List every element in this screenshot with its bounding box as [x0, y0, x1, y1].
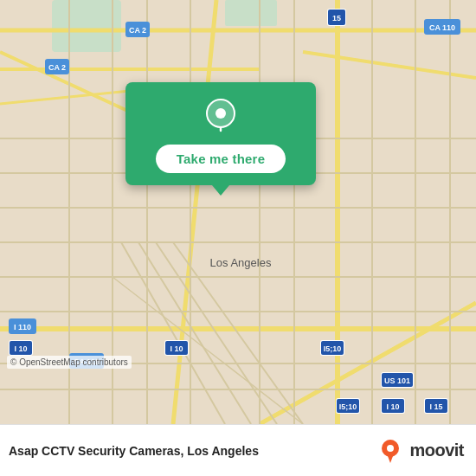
- svg-text:Los Angeles: Los Angeles: [210, 256, 272, 269]
- svg-point-72: [387, 445, 394, 452]
- location-title: Asap CCTV Security Cameras, Los Angeles: [9, 444, 259, 458]
- svg-text:I 10: I 10: [386, 402, 399, 411]
- moovit-logo: moovit: [376, 437, 464, 465]
- map-container: CA 2 CA 2 15 CA 110 I 110 I 10 I 10 US 1…: [0, 0, 476, 424]
- svg-text:I 10: I 10: [170, 344, 183, 353]
- take-me-there-button[interactable]: Take me there: [156, 145, 286, 173]
- location-pin-icon: [202, 98, 240, 136]
- svg-text:I 10: I 10: [14, 344, 27, 353]
- moovit-text: moovit: [409, 441, 464, 460]
- moovit-logo-icon: [376, 437, 404, 465]
- svg-text:CA 2: CA 2: [129, 26, 146, 35]
- svg-text:CA 2: CA 2: [48, 63, 66, 72]
- svg-rect-1: [52, 0, 121, 52]
- svg-text:US 101: US 101: [384, 376, 410, 385]
- svg-text:I5;10: I5;10: [339, 402, 357, 411]
- svg-text:I 110: I 110: [14, 323, 31, 331]
- svg-point-70: [215, 108, 226, 119]
- svg-text:I 15: I 15: [429, 402, 442, 411]
- location-info: Asap CCTV Security Cameras, Los Angeles: [9, 444, 259, 458]
- svg-text:15: 15: [332, 14, 341, 23]
- svg-rect-2: [225, 0, 277, 26]
- bottom-bar: Asap CCTV Security Cameras, Los Angeles …: [0, 424, 476, 476]
- svg-text:CA 110: CA 110: [429, 23, 455, 32]
- map-copyright: © OpenStreetMap contributors: [7, 356, 132, 369]
- popup-card: Take me there: [125, 82, 316, 185]
- svg-text:I5;10: I5;10: [324, 344, 342, 353]
